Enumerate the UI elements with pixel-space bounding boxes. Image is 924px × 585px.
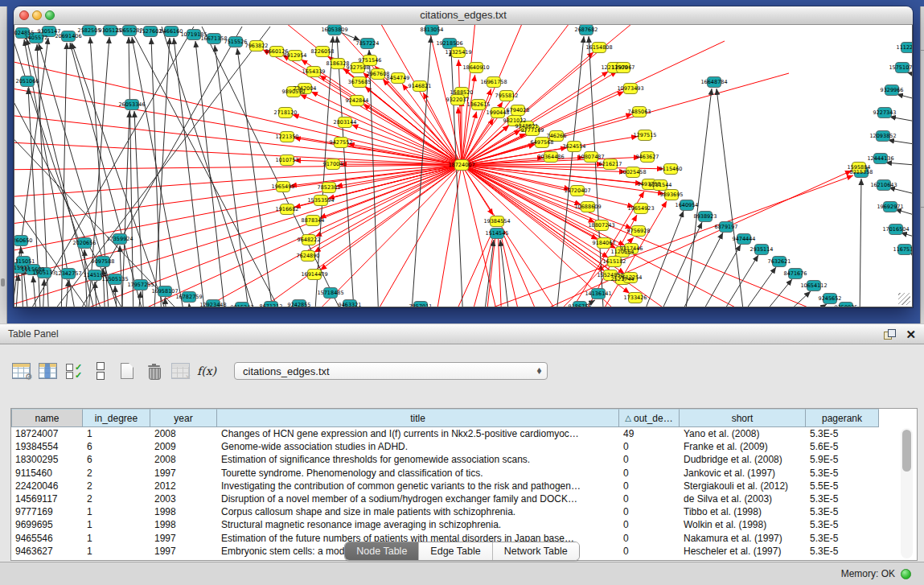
graph-edge bbox=[134, 111, 144, 307]
graph-edge bbox=[500, 240, 510, 307]
table-cell[interactable]: 5.3E-5 bbox=[806, 468, 879, 479]
tab-node-table[interactable]: Node Table bbox=[345, 542, 419, 560]
table-row[interactable]: 2242004622012Investigating the contribut… bbox=[11, 480, 917, 492]
table-cell[interactable]: Estimation of significance thresholds fo… bbox=[217, 454, 619, 465]
table-row[interactable]: 969969511998Structural magnetic resonanc… bbox=[11, 518, 917, 531]
table-cell[interactable]: Yano et al. (2008) bbox=[680, 428, 806, 439]
column-header-name[interactable]: name bbox=[11, 409, 83, 427]
graph-node-label: 1654339 bbox=[302, 68, 326, 75]
table-cell[interactable]: de Silva et al. (2003) bbox=[680, 493, 806, 505]
table-cell[interactable]: Investigating the contribution of common… bbox=[217, 480, 619, 492]
left-panel-handle[interactable] bbox=[1, 278, 5, 286]
table-cell[interactable]: 1997 bbox=[150, 468, 217, 479]
table-cell[interactable]: 1998 bbox=[150, 506, 217, 517]
table-cell[interactable]: 5.9E-5 bbox=[806, 454, 879, 465]
table-cell[interactable]: 6 bbox=[83, 441, 150, 452]
table-cell[interactable]: 1 bbox=[83, 428, 150, 439]
table-row[interactable]: 1830029562008Estimation of significance … bbox=[11, 453, 917, 466]
graph-node-label: 2718120 bbox=[274, 109, 298, 116]
scrollbar-thumb[interactable] bbox=[902, 430, 911, 472]
float-panel-icon[interactable] bbox=[884, 329, 896, 340]
table-cell[interactable]: 5.5E-5 bbox=[806, 480, 879, 492]
table-cell[interactable]: Franke et al. (2009) bbox=[680, 441, 806, 452]
table-cell[interactable]: 5.3E-5 bbox=[806, 506, 879, 517]
table-cell[interactable]: 0 bbox=[619, 441, 680, 452]
table-cell[interactable]: 5.6E-5 bbox=[806, 441, 879, 452]
table-cell[interactable]: 0 bbox=[619, 468, 680, 479]
graph-node-label: 7632621 bbox=[768, 258, 791, 265]
table-cell[interactable]: 2008 bbox=[150, 454, 217, 465]
create-column-icon[interactable] bbox=[117, 361, 137, 381]
column-checklist-icon[interactable]: ✓✓ bbox=[64, 361, 84, 381]
tab-network-table[interactable]: Network Table bbox=[493, 542, 579, 560]
table-cell[interactable]: 9115460 bbox=[11, 468, 83, 479]
column-header-year[interactable]: year bbox=[150, 409, 217, 427]
table-row[interactable]: 977716911998Corpus callosum shape and si… bbox=[11, 505, 917, 518]
table-mode-icon[interactable]: ⚙ bbox=[11, 361, 31, 381]
network-view[interactable]: 2024855240557293051472069140625825059305… bbox=[14, 25, 913, 307]
table-cell[interactable]: 22420046 bbox=[11, 480, 83, 492]
table-cell[interactable]: 5.3E-5 bbox=[806, 519, 879, 530]
table-cell[interactable]: Disruption of a novel member of a sodium… bbox=[217, 493, 619, 505]
table-cell[interactable]: Dudbridge et al. (2008) bbox=[680, 454, 806, 465]
table-cell[interactable]: 19384554 bbox=[11, 441, 83, 452]
table-row[interactable]: 911546021997Tourette syndrome. Phenomeno… bbox=[11, 467, 917, 480]
table-cell[interactable]: 0 bbox=[619, 480, 680, 492]
table-cell[interactable]: Structural magnetic resonance image aver… bbox=[217, 519, 619, 530]
table-cell[interactable]: 0 bbox=[619, 506, 680, 517]
close-panel-icon[interactable]: ✕ bbox=[906, 328, 916, 340]
table-cell[interactable]: 1998 bbox=[150, 519, 217, 530]
table-cell[interactable]: 1 bbox=[83, 506, 150, 517]
table-cell[interactable]: 49 bbox=[619, 428, 680, 439]
tab-edge-table[interactable]: Edge Table bbox=[419, 542, 492, 560]
table-cell[interactable]: 14569117 bbox=[11, 493, 83, 505]
table-cell[interactable]: 0 bbox=[619, 519, 680, 530]
graph-node-label: 2582505 bbox=[78, 27, 101, 34]
table-cell[interactable]: 5.3E-5 bbox=[806, 493, 879, 505]
table-cell[interactable]: 2 bbox=[83, 480, 150, 492]
table-row[interactable]: 1456911722003Disruption of a novel membe… bbox=[11, 492, 917, 505]
table-cell[interactable]: Corpus callosum shape and size in male p… bbox=[217, 506, 619, 517]
column-header-out_de[interactable]: △out_de… bbox=[619, 409, 680, 427]
table-cell[interactable]: 0 bbox=[619, 493, 680, 505]
table-scrollbar[interactable] bbox=[901, 428, 913, 558]
table-cell[interactable]: Wolkin et al. (1998) bbox=[680, 519, 806, 530]
column-header-title[interactable]: title bbox=[217, 409, 619, 427]
table-row[interactable]: 1938455462009Genome-wide association stu… bbox=[11, 440, 917, 453]
table-cell[interactable]: 18724007 bbox=[11, 428, 83, 439]
table-cell[interactable]: 9777169 bbox=[11, 506, 83, 517]
graph-node-label: 9146821 bbox=[409, 83, 432, 89]
delete-column-icon[interactable] bbox=[144, 361, 163, 381]
resize-grip-icon[interactable] bbox=[898, 293, 910, 305]
table-cell[interactable]: 1 bbox=[83, 519, 150, 530]
table-cell[interactable]: 5.3E-5 bbox=[806, 428, 879, 439]
table-selector[interactable]: citations_edges.txt ▲▼ bbox=[234, 362, 548, 380]
table-cell[interactable]: Tibbo et al. (1998) bbox=[680, 506, 806, 517]
graph-node-label: 7612254 bbox=[619, 274, 643, 281]
table-cell[interactable]: 2008 bbox=[150, 428, 217, 439]
rows-icon[interactable] bbox=[91, 361, 110, 381]
window-titlebar[interactable]: citations_edges.txt bbox=[14, 6, 913, 25]
table-cell[interactable]: Jankovic et al. (1997) bbox=[680, 468, 806, 479]
table-cell[interactable]: 2 bbox=[83, 468, 150, 479]
table-cell[interactable]: 2 bbox=[83, 493, 150, 505]
graph-node-label: 9463321 bbox=[339, 302, 362, 307]
table-cell[interactable]: Genome-wide association studies in ADHD. bbox=[217, 441, 619, 452]
table-cell[interactable]: 0 bbox=[619, 454, 680, 465]
table-cell[interactable]: Tourette syndrome. Phenomenology and cla… bbox=[217, 468, 619, 479]
column-header-pagerank[interactable]: pagerank bbox=[806, 409, 879, 427]
function-builder-icon[interactable]: f(x) bbox=[197, 361, 216, 381]
table-cell[interactable]: 9699695 bbox=[11, 519, 83, 530]
column-header-short[interactable]: short bbox=[680, 409, 806, 427]
table-cell[interactable]: 2012 bbox=[150, 480, 217, 492]
table-cell[interactable]: 18300295 bbox=[11, 454, 83, 465]
show-columns-icon[interactable] bbox=[38, 361, 57, 381]
memory-status-dot[interactable] bbox=[901, 569, 911, 579]
table-cell[interactable]: Changes of HCN gene expression and I(f) … bbox=[217, 428, 619, 439]
table-cell[interactable]: Stergiakouli et al. (2012) bbox=[680, 480, 806, 492]
column-header-in_degree[interactable]: in_degree bbox=[83, 409, 150, 427]
table-cell[interactable]: 6 bbox=[83, 454, 150, 465]
table-row[interactable]: 1872400712008Changes of HCN gene express… bbox=[11, 427, 917, 440]
table-cell[interactable]: 2003 bbox=[150, 493, 217, 505]
table-cell[interactable]: 2009 bbox=[150, 441, 217, 452]
